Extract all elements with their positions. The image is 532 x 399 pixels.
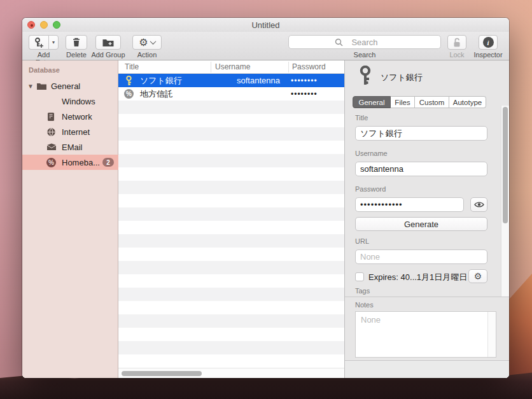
key-icon	[123, 75, 134, 86]
toolbar: ▾ Add Entry Delete Add Group ⚙	[22, 32, 509, 60]
title-field[interactable]	[355, 126, 487, 141]
sidebar-item-label: EMail	[62, 143, 83, 152]
inspector-panel: ソフト銀行 General Files Custom Autotype Titl…	[344, 60, 509, 378]
inspector-footer	[345, 361, 509, 378]
section-divider	[345, 297, 509, 297]
password-field[interactable]	[355, 197, 464, 212]
entry-list-header: Title Username Password	[118, 60, 344, 74]
desktop-wallpaper: Untitled ▾ Add Entry Delete	[0, 0, 532, 399]
info-icon: i	[483, 37, 494, 48]
content-area: Database ▼ General Windows Network	[22, 60, 509, 378]
sidebar-item-email[interactable]: EMail	[22, 139, 118, 155]
url-field[interactable]	[355, 249, 487, 264]
globe-icon	[46, 127, 56, 137]
entry-list: Title Username Password ソフト銀行 softantenn…	[118, 60, 344, 378]
search-field[interactable]	[288, 35, 441, 49]
window-title: Untitled	[22, 20, 509, 30]
sidebar-item-label: Homeba...	[62, 158, 100, 167]
generate-button[interactable]: Generate	[355, 217, 487, 231]
lock-label: Lock	[440, 51, 474, 59]
tab-custom[interactable]: Custom	[415, 96, 449, 108]
inspector-tabs: General Files Custom Autotype	[353, 96, 486, 108]
disclosure-triangle-icon[interactable]: ▼	[27, 83, 34, 90]
entry-count-badge: 2	[102, 158, 114, 167]
inspector-button[interactable]: i	[479, 35, 498, 50]
gear-icon: ⚙	[139, 38, 148, 48]
key-icon	[358, 66, 373, 86]
folder-icon	[36, 82, 47, 90]
server-icon	[46, 112, 55, 122]
username-field[interactable]	[355, 162, 487, 176]
sidebar-item-label: General	[51, 81, 80, 91]
tab-files[interactable]: Files	[391, 96, 415, 108]
sidebar-item-network[interactable]: Network	[22, 109, 118, 124]
sidebar-item-windows[interactable]: Windows	[22, 94, 118, 109]
sidebar-item-internet[interactable]: Internet	[22, 124, 118, 139]
expires-label: Expires: 40...1月1日月曜日	[368, 272, 467, 283]
inspector-scrollbar-track[interactable]	[501, 106, 509, 297]
search-input[interactable]	[289, 38, 440, 47]
password-field-label: Password	[355, 185, 386, 193]
sidebar: Database ▼ General Windows Network	[22, 60, 118, 378]
inspector-label: Inspector	[470, 51, 507, 59]
notes-textarea[interactable]: None	[355, 311, 496, 358]
gear-icon: ⚙	[474, 272, 482, 281]
delete-label: Delete	[62, 51, 91, 59]
percent-icon: %	[46, 158, 56, 167]
entry-title: ソフト銀行	[140, 75, 182, 87]
sidebar-item-label: Network	[62, 112, 92, 122]
search-label: Search	[288, 51, 441, 59]
search-icon	[335, 38, 343, 46]
inspector-entry-title: ソフト銀行	[381, 72, 423, 83]
add-group-label: Add Group	[90, 51, 127, 59]
action-label: Action	[132, 51, 162, 59]
column-header-title[interactable]: Title	[125, 62, 139, 71]
add-entry-button[interactable]	[29, 35, 48, 50]
column-header-username[interactable]: Username	[215, 62, 250, 71]
notes-placeholder: None	[361, 315, 381, 325]
entry-row-softbank[interactable]: ソフト銀行 softantenna ••••••••	[118, 74, 344, 87]
notes-label: Notes	[355, 301, 374, 309]
app-window: Untitled ▾ Add Entry Delete	[22, 18, 509, 378]
entry-title: 地方信託	[140, 88, 173, 100]
username-field-label: Username	[355, 150, 388, 157]
column-header-password[interactable]: Password	[292, 62, 326, 71]
url-field-label: URL	[355, 237, 369, 245]
show-password-button[interactable]	[470, 197, 487, 212]
tags-label: Tags	[355, 287, 370, 295]
tab-general[interactable]: General	[353, 96, 391, 108]
unlock-icon	[452, 38, 461, 48]
entry-password: ••••••••	[291, 90, 318, 99]
lock-button[interactable]	[447, 35, 466, 50]
add-group-button[interactable]	[95, 35, 121, 50]
trash-icon	[71, 37, 81, 48]
key-plus-icon	[33, 37, 45, 48]
sidebar-item-label: Internet	[62, 127, 90, 137]
envelope-icon	[46, 143, 57, 151]
sidebar-item-label: Windows	[62, 97, 95, 106]
expires-settings-button[interactable]: ⚙	[468, 269, 487, 283]
eye-icon	[474, 201, 484, 208]
tab-autotype[interactable]: Autotype	[449, 96, 486, 108]
sidebar-section-header: Database	[29, 66, 60, 74]
entry-password: ••••••••	[291, 76, 318, 85]
action-button[interactable]: ⚙	[132, 35, 162, 50]
horizontal-scrollbar-thumb[interactable]	[122, 371, 202, 376]
sidebar-item-homebanking[interactable]: % Homeba... 2	[22, 155, 118, 170]
entry-row-chihoshintaku[interactable]: % 地方信託 ••••••••	[118, 87, 344, 101]
notes-scrollbar-gutter[interactable]	[487, 312, 496, 357]
add-entry-dropdown-button[interactable]: ▾	[48, 35, 59, 50]
title-bar[interactable]: Untitled	[22, 18, 509, 32]
expires-checkbox[interactable]	[355, 272, 364, 281]
delete-button[interactable]	[66, 35, 87, 50]
chevron-down-icon	[150, 38, 156, 45]
sidebar-item-general[interactable]: ▼ General	[22, 78, 118, 94]
horizontal-scrollbar[interactable]	[118, 368, 344, 378]
entry-username: softantenna	[237, 76, 280, 85]
folder-plus-icon	[102, 38, 115, 48]
inspector-scrollbar-thumb[interactable]	[503, 107, 508, 223]
title-field-label: Title	[355, 114, 368, 122]
percent-icon: %	[123, 88, 134, 99]
